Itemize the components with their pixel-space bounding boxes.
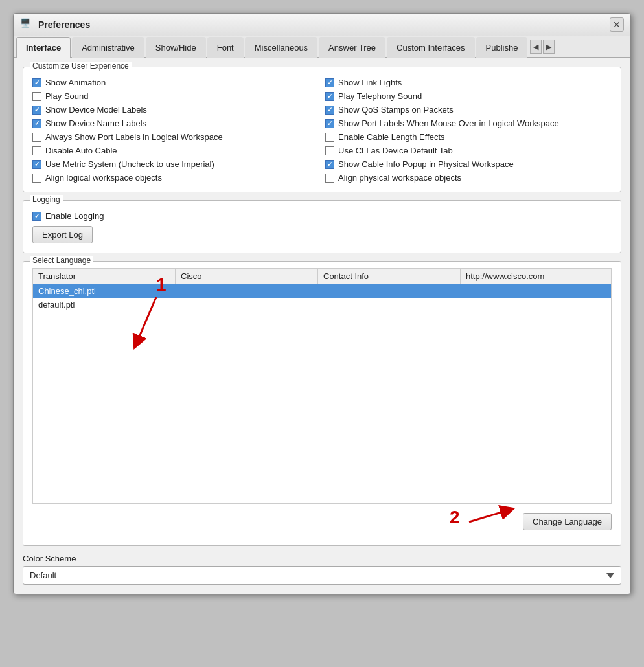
- checkbox-show-link-lights-box[interactable]: [325, 78, 334, 87]
- app-icon: 🖥️: [20, 18, 33, 31]
- annotation-label-2: 2: [450, 507, 460, 527]
- lang-row-default-translator: default.ptl: [33, 298, 176, 311]
- tab-nav-next[interactable]: ▶: [543, 40, 555, 54]
- lang-row-chinese-translator: Chinese_chi.ptl: [33, 284, 176, 298]
- checkbox-device-name-label: Show Device Name Labels: [45, 119, 146, 128]
- checkbox-always-show-port-box[interactable]: [32, 133, 41, 142]
- checkbox-play-sound-label: Play Sound: [45, 91, 89, 101]
- checkbox-align-physical: Align physical workspace objects: [325, 173, 612, 183]
- checkbox-show-link-lights-label: Show Link Lights: [338, 78, 402, 87]
- checkbox-cable-length: Enable Cable Length Effects: [325, 132, 612, 142]
- checkbox-always-show-port: Always Show Port Labels in Logical Works…: [32, 132, 319, 142]
- lang-table-body[interactable]: Chinese_chi.ptl default.ptl: [32, 284, 612, 504]
- content-area: Customize User Experience Show Animation…: [14, 58, 630, 594]
- checkbox-qos-stamps-label: Show QoS Stamps on Packets: [338, 105, 454, 115]
- tab-answer-tree[interactable]: Answer Tree: [319, 37, 385, 58]
- title-bar: 🖥️ Preferences ✕: [14, 14, 630, 36]
- checkbox-cable-info-popup-label: Show Cable Info Popup in Physical Worksp…: [338, 159, 514, 169]
- checkbox-device-model-label: Show Device Model Labels: [45, 105, 147, 115]
- checkbox-device-name-box[interactable]: [32, 119, 41, 128]
- tab-nav-prev[interactable]: ◀: [530, 40, 542, 54]
- logging-section-title: Logging: [30, 195, 63, 204]
- lang-section: Select Language Translator Cisco Contact…: [23, 261, 621, 546]
- lang-section-title: Select Language: [30, 256, 93, 265]
- logging-section: Logging Enable Logging Export Log: [23, 200, 621, 253]
- checkbox-show-link-lights: Show Link Lights: [325, 78, 612, 87]
- checkbox-metric: Use Metric System (Uncheck to use Imperi…: [32, 159, 319, 169]
- lang-row-chinese-url: [461, 284, 611, 298]
- checkbox-port-labels-mouse-label: Show Port Labels When Mouse Over in Logi…: [338, 119, 559, 128]
- checkbox-cable-info-popup-box[interactable]: [325, 160, 334, 169]
- checkbox-metric-label: Use Metric System (Uncheck to use Imperi…: [45, 159, 214, 169]
- tab-interface[interactable]: Interface: [16, 37, 71, 58]
- title-bar-left: 🖥️ Preferences: [20, 18, 90, 31]
- checkbox-disable-auto-cable-label: Disable Auto Cable: [45, 146, 117, 155]
- export-log-button[interactable]: Export Log: [32, 226, 93, 243]
- annotation-arrow-2: 2: [443, 504, 521, 543]
- checkbox-device-model: Show Device Model Labels: [32, 105, 319, 115]
- lang-row-chinese-contact: [318, 284, 461, 298]
- checkbox-align-physical-box[interactable]: [325, 174, 334, 183]
- checkbox-show-animation-box[interactable]: [32, 78, 41, 87]
- customize-section: Customize User Experience Show Animation…: [23, 67, 621, 192]
- preferences-dialog: 🖥️ Preferences ✕ Interface Administrativ…: [13, 13, 631, 594]
- lang-row-default-contact: [318, 298, 461, 311]
- checkbox-play-sound-box[interactable]: [32, 92, 41, 101]
- tab-publishe[interactable]: Publishe: [476, 37, 528, 58]
- checkbox-align-logical-box[interactable]: [32, 174, 41, 183]
- checkbox-enable-logging-label: Enable Logging: [45, 211, 104, 221]
- checkbox-port-labels-mouse: Show Port Labels When Mouse Over in Logi…: [325, 119, 612, 128]
- close-button[interactable]: ✕: [610, 17, 624, 32]
- checkbox-metric-box[interactable]: [32, 160, 41, 169]
- checkbox-play-telephony-label: Play Telephony Sound: [338, 91, 422, 101]
- change-language-button[interactable]: Change Language: [523, 513, 612, 530]
- checkbox-grid: Show Animation Play Sound Show Device Mo…: [32, 78, 612, 183]
- checkbox-always-show-port-label: Always Show Port Labels in Logical Works…: [45, 132, 223, 142]
- customize-section-title: Customize User Experience: [30, 62, 132, 71]
- tab-administrative[interactable]: Administrative: [72, 37, 144, 58]
- tabs-bar: Interface Administrative Show/Hide Font …: [14, 36, 630, 58]
- col-translator: Translator: [33, 269, 176, 284]
- checkbox-enable-logging-box[interactable]: [32, 212, 41, 221]
- checkbox-device-model-box[interactable]: [32, 106, 41, 115]
- checkbox-cli-default: Use CLI as Device Default Tab: [325, 146, 612, 155]
- checkbox-cable-length-box[interactable]: [325, 133, 334, 142]
- checkbox-align-physical-label: Align physical workspace objects: [338, 173, 461, 183]
- lang-actions: 2 Change Language: [32, 504, 612, 536]
- checkbox-disable-auto-cable-box[interactable]: [32, 146, 41, 155]
- lang-row-chinese-cisco: [176, 284, 318, 298]
- checkbox-show-animation: Show Animation: [32, 78, 319, 87]
- checkbox-align-logical: Align logical workspace objects: [32, 173, 319, 183]
- checkbox-device-name: Show Device Name Labels: [32, 119, 319, 128]
- checkbox-col-left: Show Animation Play Sound Show Device Mo…: [32, 78, 319, 183]
- dialog-title: Preferences: [38, 19, 90, 30]
- tab-showhide[interactable]: Show/Hide: [146, 37, 206, 58]
- col-contact: Contact Info: [318, 269, 461, 284]
- checkbox-show-animation-label: Show Animation: [45, 78, 106, 87]
- checkbox-play-telephony: Play Telephony Sound: [325, 91, 612, 101]
- lang-row-default-url: [461, 298, 611, 311]
- checkbox-enable-logging: Enable Logging: [32, 211, 612, 221]
- checkbox-cli-default-box[interactable]: [325, 146, 334, 155]
- checkbox-cli-default-label: Use CLI as Device Default Tab: [338, 146, 453, 155]
- lang-table-header: Translator Cisco Contact Info http://www…: [32, 268, 612, 284]
- checkbox-align-logical-label: Align logical workspace objects: [45, 173, 162, 183]
- checkbox-port-labels-mouse-box[interactable]: [325, 119, 334, 128]
- color-scheme-select[interactable]: Default Dark Light: [23, 566, 621, 585]
- checkbox-play-sound: Play Sound: [32, 91, 319, 101]
- checkbox-cable-length-label: Enable Cable Length Effects: [338, 132, 445, 142]
- checkbox-disable-auto-cable: Disable Auto Cable: [32, 146, 319, 155]
- checkbox-cable-info-popup: Show Cable Info Popup in Physical Worksp…: [325, 159, 612, 169]
- lang-row-default-cisco: [176, 298, 318, 311]
- checkbox-qos-stamps-box[interactable]: [325, 106, 334, 115]
- col-url: http://www.cisco.com: [461, 269, 611, 284]
- tab-custom-interfaces[interactable]: Custom Interfaces: [387, 37, 475, 58]
- lang-row-chinese[interactable]: Chinese_chi.ptl: [33, 284, 611, 298]
- lang-row-default[interactable]: default.ptl: [33, 298, 611, 311]
- color-scheme-label: Color Scheme: [23, 554, 621, 563]
- color-scheme-section: Color Scheme Default Dark Light: [23, 554, 621, 585]
- checkbox-play-telephony-box[interactable]: [325, 92, 334, 101]
- annotation-line-2: [469, 510, 508, 522]
- tab-miscellaneous[interactable]: Miscellaneous: [245, 37, 317, 58]
- tab-font[interactable]: Font: [207, 37, 244, 58]
